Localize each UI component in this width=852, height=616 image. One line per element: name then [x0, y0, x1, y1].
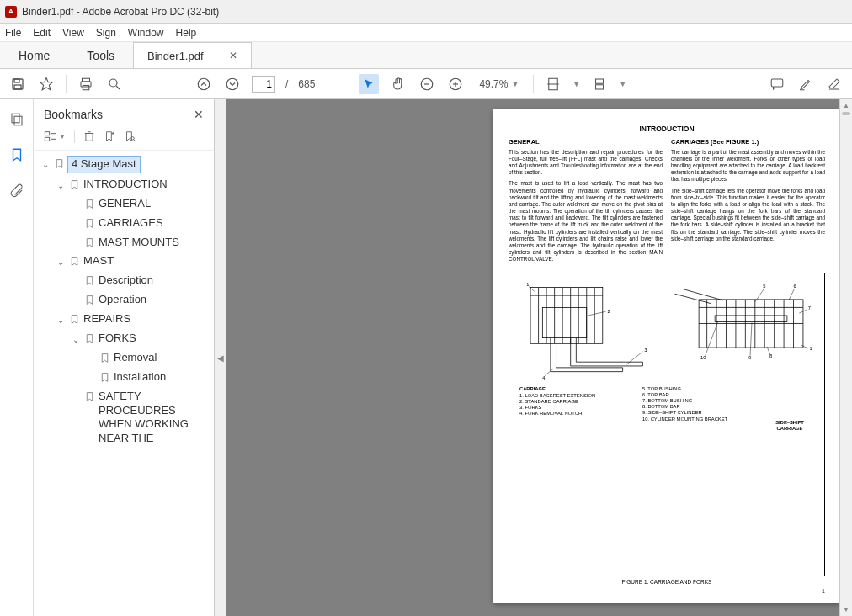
- bookmark-item[interactable]: CARRIAGES: [39, 214, 210, 233]
- svg-line-72: [755, 289, 764, 301]
- chevron-down-icon[interactable]: ▼: [619, 80, 626, 88]
- svg-text:5: 5: [763, 283, 765, 288]
- bookmark-label: Removal: [114, 351, 157, 365]
- bookmark-item[interactable]: GENERAL: [39, 194, 210, 214]
- page-number: 1: [509, 588, 825, 594]
- svg-line-50: [588, 311, 606, 316]
- bookmark-item[interactable]: Removal: [39, 348, 210, 368]
- svg-text:8: 8: [769, 353, 772, 358]
- svg-text:1: 1: [526, 281, 529, 286]
- erase-icon[interactable]: [825, 75, 844, 93]
- chevron-icon[interactable]: ⌄: [71, 334, 81, 345]
- save-icon[interactable]: [8, 75, 27, 93]
- svg-line-82: [706, 321, 718, 355]
- svg-rect-23: [12, 114, 19, 123]
- page-number-input[interactable]: [252, 76, 275, 93]
- menubar: File Edit View Sign Window Help: [0, 24, 852, 42]
- zoom-out-icon[interactable]: [418, 75, 436, 93]
- bookmark-item[interactable]: ⌄REPAIRS: [39, 310, 210, 329]
- zoom-select[interactable]: 49.7% ▼: [475, 76, 523, 93]
- bookmark-item[interactable]: ⌄MAST: [39, 252, 210, 271]
- fit-width-icon[interactable]: [544, 75, 562, 93]
- svg-text:10: 10: [700, 355, 706, 360]
- comment-icon[interactable]: [768, 75, 786, 93]
- bookmark-label: GENERAL: [99, 197, 151, 211]
- search-icon[interactable]: [105, 75, 124, 93]
- bookmark-item[interactable]: Description: [39, 271, 210, 290]
- pdf-page: INTRODUCTION GENERAL This section has th…: [493, 109, 840, 603]
- hand-tool-icon[interactable]: [389, 75, 407, 93]
- menu-window[interactable]: Window: [128, 27, 164, 39]
- bookmark-item[interactable]: Operation: [39, 290, 210, 310]
- tabs-bar: Home Tools Binder1.pdf ✕: [0, 42, 852, 69]
- highlight-icon[interactable]: [796, 75, 815, 93]
- scroll-up-icon[interactable]: ▲: [840, 99, 852, 112]
- thumbnails-icon[interactable]: [7, 109, 27, 130]
- menu-file[interactable]: File: [5, 27, 21, 39]
- svg-rect-4: [83, 78, 90, 82]
- scroll-down-icon[interactable]: ▼: [840, 603, 852, 616]
- menu-sign[interactable]: Sign: [96, 27, 116, 39]
- figure-left-title: CARRIAGE: [519, 386, 632, 392]
- bookmarks-scroll[interactable]: ⌄4 Stage Mast⌄INTRODUCTIONGENERALCARRIAG…: [34, 151, 214, 616]
- svg-line-35: [134, 140, 136, 141]
- svg-line-80: [750, 322, 752, 355]
- tab-document[interactable]: Binder1.pdf ✕: [134, 42, 252, 68]
- bookmark-options-icon[interactable]: ▼: [44, 130, 66, 142]
- menu-view[interactable]: View: [62, 27, 84, 39]
- zoom-in-icon[interactable]: [446, 75, 465, 93]
- bookmark-label: 4 Stage Mast: [68, 157, 140, 173]
- print-icon[interactable]: [77, 75, 95, 93]
- chevron-icon[interactable]: ⌄: [56, 257, 66, 268]
- chevron-down-icon[interactable]: ▼: [572, 80, 580, 88]
- tab-tools[interactable]: Tools: [68, 42, 133, 68]
- bookmark-item[interactable]: ⌄INTRODUCTION: [39, 175, 210, 194]
- bookmark-delete-icon[interactable]: [83, 130, 95, 143]
- page-down-icon[interactable]: [223, 75, 242, 93]
- triangle-left-icon: ◀: [217, 353, 224, 363]
- svg-text:4: 4: [542, 375, 545, 380]
- svg-text:1: 1: [810, 345, 812, 350]
- document-viewport[interactable]: INTRODUCTION GENERAL This section has th…: [226, 99, 852, 616]
- svg-line-54: [545, 369, 553, 375]
- zoom-value: 49.7%: [479, 78, 508, 90]
- bookmarks-toolbar: ▼: [34, 126, 214, 151]
- bookmark-find-icon[interactable]: [124, 130, 136, 143]
- body-text: The side–shift carriage lets the operato…: [671, 188, 825, 242]
- bookmark-item[interactable]: MAST MOUNTS: [39, 233, 210, 252]
- bookmark-label: Operation: [99, 293, 146, 307]
- bookmark-item[interactable]: Installation: [39, 368, 210, 387]
- svg-rect-20: [771, 79, 783, 87]
- tab-home[interactable]: Home: [0, 42, 68, 68]
- chevron-icon[interactable]: ⌄: [40, 159, 51, 170]
- svg-rect-18: [596, 79, 604, 83]
- bookmark-label: SAFETY PROCEUDRES WHEN WORKING NEAR THE: [99, 390, 209, 447]
- scroll-thumb[interactable]: [842, 112, 850, 115]
- panel-collapse-handle[interactable]: ◀: [215, 99, 226, 616]
- bookmark-item[interactable]: SAFETY PROCEUDRES WHEN WORKING NEAR THE: [39, 387, 210, 449]
- bookmark-add-icon[interactable]: [104, 130, 115, 143]
- bookmark-item[interactable]: ⌄4 Stage Mast: [39, 154, 210, 175]
- scroll-mode-icon[interactable]: [590, 75, 609, 93]
- bookmarks-close-icon[interactable]: ✕: [194, 108, 204, 121]
- svg-rect-29: [86, 134, 93, 141]
- attachments-icon[interactable]: [7, 180, 27, 200]
- chevron-icon[interactable]: ⌄: [56, 180, 66, 191]
- star-icon[interactable]: [37, 75, 56, 93]
- selection-tool-icon[interactable]: [359, 74, 379, 94]
- menu-edit[interactable]: Edit: [33, 27, 51, 39]
- page-up-icon[interactable]: [194, 75, 213, 93]
- bookmarks-icon[interactable]: [7, 145, 27, 165]
- menu-help[interactable]: Help: [176, 27, 197, 39]
- tab-close-icon[interactable]: ✕: [229, 50, 237, 61]
- figure-right-title: SIDE–SHIFT CARRIAGE: [765, 420, 814, 432]
- bookmarks-panel: Bookmarks ✕ ▼ ⌄4 Stage Mast⌄INTRODUCTION…: [34, 99, 215, 616]
- svg-point-9: [198, 78, 210, 90]
- bookmark-item[interactable]: ⌄FORKS: [39, 329, 210, 348]
- figure-left-list: 1. LOAD BACKREST EXTENSION 2. STANDARD C…: [519, 393, 632, 417]
- figure-caption: FIGURE 1. CARRIAGE AND FORKS: [509, 579, 825, 585]
- chevron-icon[interactable]: ⌄: [56, 315, 66, 326]
- svg-rect-6: [83, 85, 89, 89]
- vertical-scrollbar[interactable]: ▲ ▼: [839, 99, 852, 616]
- page-total: 685: [298, 78, 315, 90]
